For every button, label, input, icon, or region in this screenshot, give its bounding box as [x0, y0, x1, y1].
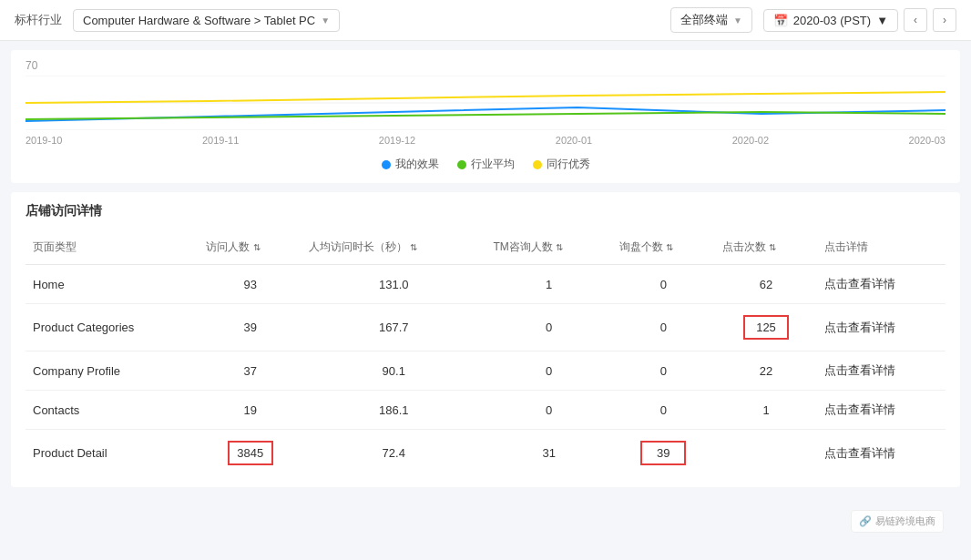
cell-action[interactable]: 点击查看详情 [817, 265, 945, 304]
cell-page-name[interactable]: Product Categories [26, 304, 199, 351]
cell-tm-consult: 1 [486, 265, 612, 304]
highlighted-clicks: 125 [743, 315, 789, 340]
cell-clicks: 125 [715, 304, 818, 351]
table-row: Home93131.01062点击查看详情 [26, 265, 945, 304]
section-title: 店铺访问详情 [26, 203, 945, 219]
col-header-visitors[interactable]: 访问人数 [199, 230, 302, 265]
table-row: Product Detail384572.43139点击查看详情 [26, 430, 945, 477]
legend-label-2: 同行优秀 [547, 157, 590, 172]
date-navigation: 📅 2020-03 (PST) ▼ ‹ › [763, 8, 956, 32]
cell-action[interactable]: 点击查看详情 [817, 304, 945, 351]
cell-avg-time: 72.4 [302, 430, 486, 477]
industry-dropdown[interactable]: Computer Hardware & Software > Tablet PC… [73, 9, 340, 32]
terminal-dropdown[interactable]: 全部终端 ▼ [670, 7, 752, 33]
terminal-value: 全部终端 [680, 12, 728, 28]
cell-clicks: 22 [715, 351, 818, 391]
cell-visitors: 39 [199, 304, 302, 351]
legend-item-2: 同行优秀 [533, 157, 590, 172]
cell-action[interactable]: 点击查看详情 [817, 391, 945, 430]
highlighted-visitors: 3845 [228, 441, 273, 465]
col-header-tm-consult[interactable]: TM咨询人数 [486, 230, 612, 265]
cell-tm-consult: 0 [486, 304, 612, 351]
legend-label-1: 行业平均 [471, 157, 515, 172]
cell-page-name[interactable]: Home [26, 265, 199, 304]
prev-date-button[interactable]: ‹ [904, 8, 927, 32]
cell-tm-consult: 0 [486, 391, 612, 430]
table-row: Company Profile3790.10022点击查看详情 [26, 351, 945, 391]
cell-avg-time: 186.1 [302, 391, 486, 430]
terminal-dropdown-arrow: ▼ [733, 15, 742, 25]
table-header-row: 页面类型 访问人数 人均访问时长（秒） TM咨询人数 询盘个数 [26, 230, 945, 265]
col-header-action: 点击详情 [817, 230, 945, 265]
highlighted-inquiries: 39 [640, 441, 686, 465]
x-label-1: 2019-11 [202, 135, 239, 146]
x-label-2: 2019-12 [379, 135, 415, 146]
cell-page-name[interactable]: Product Detail [26, 430, 199, 477]
visit-detail-table: 页面类型 访问人数 人均访问时长（秒） TM咨询人数 询盘个数 [26, 230, 945, 476]
watermark-text: 易链跨境电商 [875, 514, 935, 528]
cell-avg-time: 90.1 [302, 351, 486, 391]
chart-area: 70 2019-10 2019-11 2019-12 2020-01 2020-… [11, 50, 960, 183]
x-label-0: 2019-10 [26, 135, 62, 146]
cell-tm-consult: 31 [486, 430, 612, 477]
cell-visitors: 3845 [199, 430, 302, 477]
table-section: 店铺访问详情 页面类型 访问人数 人均访问时长（秒） TM咨询人数 [11, 192, 960, 487]
calendar-icon: 📅 [773, 14, 788, 27]
x-label-5: 2020-03 [909, 135, 945, 146]
x-label-3: 2020-01 [556, 135, 592, 146]
col-header-clicks[interactable]: 点击次数 [715, 230, 818, 265]
cell-inquiries: 0 [612, 304, 715, 351]
industry-label: 标杆行业 [15, 12, 62, 28]
cell-page-name[interactable]: Company Profile [26, 351, 199, 391]
legend-label-0: 我的效果 [395, 157, 439, 172]
cell-clicks [715, 430, 818, 477]
legend-dot-0 [382, 160, 391, 169]
cell-inquiries: 0 [612, 265, 715, 304]
date-value: 2020-03 (PST) [793, 14, 871, 27]
col-header-page: 页面类型 [26, 230, 199, 265]
cell-visitors: 93 [199, 265, 302, 304]
industry-value: Computer Hardware & Software > Tablet PC [83, 14, 315, 27]
industry-dropdown-arrow: ▼ [321, 15, 330, 25]
col-header-inquiries[interactable]: 询盘个数 [612, 230, 715, 265]
table-row: Contacts19186.1001点击查看详情 [26, 391, 945, 430]
legend-dot-2 [533, 160, 542, 169]
cell-visitors: 19 [199, 391, 302, 430]
top-bar: 标杆行业 Computer Hardware & Software > Tabl… [0, 0, 971, 41]
watermark-icon: 🔗 [859, 515, 872, 527]
chart-legend: 我的效果 行业平均 同行优秀 [26, 157, 945, 172]
date-dropdown[interactable]: 📅 2020-03 (PST) ▼ [763, 9, 898, 32]
cell-tm-consult: 0 [486, 351, 612, 391]
next-date-button[interactable]: › [933, 8, 956, 32]
cell-clicks: 62 [715, 265, 818, 304]
x-label-4: 2020-02 [732, 135, 769, 146]
cell-action[interactable]: 点击查看详情 [817, 351, 945, 391]
cell-visitors: 37 [199, 351, 302, 391]
table-row: Product Categories39167.700125点击查看详情 [26, 304, 945, 351]
legend-item-1: 行业平均 [457, 157, 515, 172]
legend-item-0: 我的效果 [382, 157, 439, 172]
cell-clicks: 1 [715, 391, 818, 430]
date-dropdown-arrow: ▼ [876, 14, 888, 27]
chart-y-max: 70 [26, 59, 945, 72]
watermark: 🔗 易链跨境电商 [851, 510, 944, 533]
cell-inquiries: 0 [612, 391, 715, 430]
cell-inquiries: 0 [612, 351, 715, 391]
chart-svg [26, 76, 945, 130]
legend-dot-1 [457, 160, 466, 169]
cell-inquiries: 39 [612, 430, 715, 477]
col-header-avg-time[interactable]: 人均访问时长（秒） [302, 230, 486, 265]
cell-action[interactable]: 点击查看详情 [817, 430, 945, 477]
cell-avg-time: 167.7 [302, 304, 486, 351]
cell-page-name[interactable]: Contacts [26, 391, 199, 430]
cell-avg-time: 131.0 [302, 265, 486, 304]
